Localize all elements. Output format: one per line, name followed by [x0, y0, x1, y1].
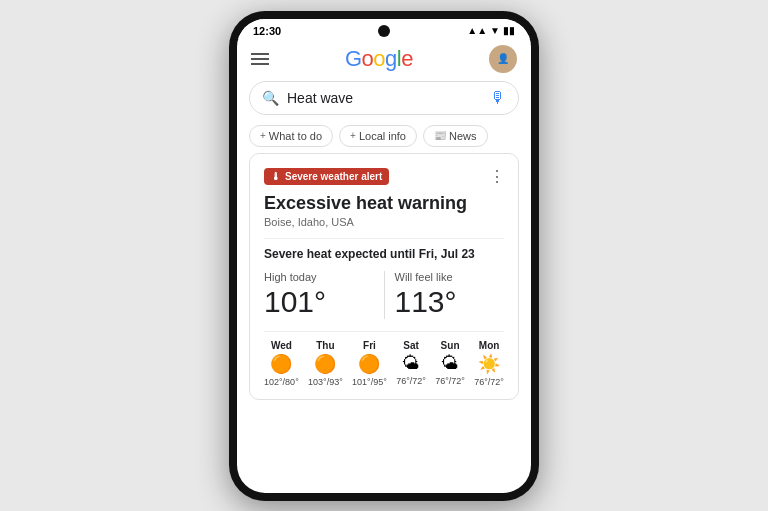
phone-screen: 12:30 ▲▲ ▼ ▮▮ Google 👤 🔍 Heat w	[237, 19, 531, 493]
day-label: Sat	[403, 340, 419, 351]
warning-title: Excessive heat warning	[264, 193, 467, 214]
alert-card-wrapper: 🌡 Severe weather alert Excessive heat wa…	[249, 153, 519, 400]
thermometer-icon: 🌡	[271, 171, 281, 182]
google-logo: Google	[345, 46, 413, 72]
chip-what-to-do[interactable]: + What to do	[249, 125, 333, 147]
wifi-icon: ▼	[490, 25, 500, 36]
weather-icon: 🌤	[402, 353, 420, 374]
day-label: Fri	[363, 340, 376, 351]
filter-chips: + What to do + Local info 📰 News	[237, 119, 531, 153]
day-label: Mon	[479, 340, 500, 351]
status-time: 12:30	[253, 25, 281, 37]
menu-line	[251, 63, 269, 65]
logo-o1: o	[362, 46, 374, 72]
day-label: Sun	[441, 340, 460, 351]
menu-button[interactable]	[251, 53, 269, 65]
chip-label: News	[449, 130, 477, 142]
feel-temp-value: 113°	[395, 285, 505, 319]
alert-badge: 🌡 Severe weather alert	[264, 168, 389, 185]
content-area: 🌡 Severe weather alert Excessive heat wa…	[237, 153, 531, 493]
forecast-day-item: Sun🌤76°/72°	[435, 340, 465, 387]
menu-line	[251, 53, 269, 55]
heat-duration: Severe heat expected until Fri, Jul 23	[264, 238, 504, 261]
battery-icon: ▮▮	[503, 25, 515, 36]
day-temp: 76°/72°	[435, 376, 465, 386]
chip-label: Local info	[359, 130, 406, 142]
phone-notch	[378, 25, 390, 37]
phone-frame: 12:30 ▲▲ ▼ ▮▮ Google 👤 🔍 Heat w	[229, 11, 539, 501]
logo-g2: g	[385, 46, 397, 72]
chip-label: What to do	[269, 130, 322, 142]
search-icon: 🔍	[262, 90, 279, 106]
weather-icon: 🟠	[358, 353, 380, 375]
avatar-icon: 👤	[497, 53, 509, 64]
weather-icon: 🌤	[441, 353, 459, 374]
menu-line	[251, 58, 269, 60]
day-temp: 76°/72°	[396, 376, 426, 386]
chip-local-info[interactable]: + Local info	[339, 125, 417, 147]
high-temp-label: High today	[264, 271, 374, 283]
logo-o2: o	[373, 46, 385, 72]
more-options-button[interactable]: ⋮	[489, 167, 505, 186]
forecast-day-item: Mon☀️76°/72°	[474, 340, 504, 387]
mic-icon[interactable]: 🎙	[490, 89, 506, 107]
user-avatar[interactable]: 👤	[489, 45, 517, 73]
weather-icon: 🟠	[270, 353, 292, 375]
day-temp: 76°/72°	[474, 377, 504, 387]
google-header: Google 👤	[237, 39, 531, 77]
news-icon: 📰	[434, 130, 446, 141]
search-bar[interactable]: 🔍 Heat wave 🎙	[249, 81, 519, 115]
day-temp: 101°/95°	[352, 377, 387, 387]
alert-card: 🌡 Severe weather alert Excessive heat wa…	[249, 153, 519, 400]
forecast-day-item: Wed🟠102°/80°	[264, 340, 299, 387]
chip-plus-icon: +	[350, 130, 356, 141]
forecast-day-item: Fri🟠101°/95°	[352, 340, 387, 387]
day-label: Wed	[271, 340, 292, 351]
high-temp-value: 101°	[264, 285, 374, 319]
feel-temp-block: Will feel like 113°	[384, 271, 505, 319]
feel-temp-label: Will feel like	[395, 271, 505, 283]
alert-badge-text: Severe weather alert	[285, 171, 382, 182]
search-input[interactable]: Heat wave	[287, 90, 482, 106]
day-label: Thu	[316, 340, 334, 351]
alert-header: 🌡 Severe weather alert Excessive heat wa…	[264, 166, 467, 238]
weather-icon: ☀️	[478, 353, 500, 375]
status-icons: ▲▲ ▼ ▮▮	[467, 25, 515, 36]
day-temp: 102°/80°	[264, 377, 299, 387]
forecast-day-item: Thu🟠103°/93°	[308, 340, 343, 387]
warning-location: Boise, Idaho, USA	[264, 216, 467, 228]
temperature-row: High today 101° Will feel like 113°	[264, 271, 504, 319]
high-temp-block: High today 101°	[264, 271, 384, 319]
forecast-day-item: Sat🌤76°/72°	[396, 340, 426, 387]
chip-plus-icon: +	[260, 130, 266, 141]
weather-icon: 🟠	[314, 353, 336, 375]
signal-icon: ▲▲	[467, 25, 487, 36]
logo-e: e	[401, 46, 413, 72]
forecast-row: Wed🟠102°/80°Thu🟠103°/93°Fri🟠101°/95°Sat🌤…	[264, 331, 504, 387]
logo-g: G	[345, 46, 362, 72]
day-temp: 103°/93°	[308, 377, 343, 387]
chip-news[interactable]: 📰 News	[423, 125, 488, 147]
